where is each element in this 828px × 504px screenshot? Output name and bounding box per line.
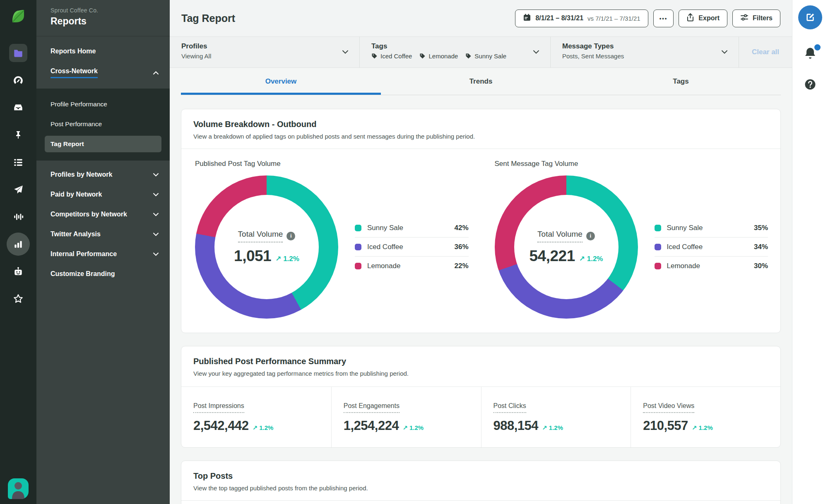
app-window: Sprout Coffee Co. Reports Reports Home C… — [0, 0, 828, 504]
sidebar-item-cross-network[interactable]: Cross-Network — [36, 61, 170, 84]
trend-up-arrow-icon: ↗ — [275, 255, 281, 263]
tag-chip: Lemonade — [419, 53, 458, 60]
sidebar-item-label: Competitors by Network — [51, 211, 127, 218]
clear-all-button[interactable]: Clear all — [739, 37, 792, 67]
analytics-chart-icon[interactable] — [7, 233, 30, 256]
profiles-filter-value: Viewing All — [181, 53, 337, 60]
legend-value: 34% — [754, 243, 768, 251]
legend-value: 30% — [754, 262, 768, 270]
tag-chip-label: Sunny Sale — [474, 53, 506, 60]
metric-label[interactable]: Post Impressions — [193, 402, 244, 413]
inbox-icon[interactable] — [9, 98, 27, 117]
sidebar-item-label: Reports Home — [51, 48, 96, 55]
metric-value: 2,542,442 — [193, 418, 248, 433]
donut-chart-sent-messages[interactable]: Total Volume i 54,221 ↗ 1.2% — [495, 175, 638, 319]
volume-card-description: View a breakdown of applied tags on publ… — [193, 133, 768, 140]
top-posts-description: View the top tagged published posts from… — [193, 485, 768, 492]
total-volume-label[interactable]: Total Volume — [238, 230, 283, 242]
tag-icon — [419, 53, 426, 59]
sidebar-item-tag-report[interactable]: Tag Report — [45, 136, 161, 152]
export-button[interactable]: Export — [679, 10, 727, 27]
message-types-filter[interactable]: Message Types Posts, Sent Messages — [551, 37, 739, 67]
filters-button[interactable]: Filters — [732, 10, 780, 27]
sidebar-item-label: Twitter Analysis — [51, 230, 101, 238]
legend-swatch — [655, 244, 661, 250]
sidebar-item-competitors-by-network[interactable]: Competitors by Network — [36, 204, 170, 224]
sidebar-item-internal-performance[interactable]: Internal Performance — [36, 244, 170, 264]
tab-trends[interactable]: Trends — [381, 68, 581, 95]
legend-label: Sunny Sale — [367, 224, 403, 232]
publish-plane-icon[interactable] — [9, 180, 27, 199]
date-range-button[interactable]: 8/1/21 – 8/31/21 vs 7/1/21 – 7/31/21 — [515, 10, 648, 27]
tags-filter[interactable]: Tags Iced Coffee Lemonade Sunny Sale — [360, 37, 551, 67]
legend-swatch — [355, 263, 361, 269]
user-avatar[interactable] — [8, 478, 29, 499]
summary-card-title: Published Post Performance Summary — [193, 357, 768, 366]
chevron-down-icon — [533, 48, 539, 56]
sidebar-item-profiles-by-network[interactable]: Profiles by Network — [36, 165, 170, 185]
performance-summary-card: Published Post Performance Summary View … — [181, 346, 781, 448]
profiles-filter[interactable]: Profiles Viewing All — [170, 37, 360, 67]
info-icon[interactable]: i — [586, 232, 595, 240]
filters-label: Filters — [753, 14, 773, 22]
page-header: Tag Report 8/1/21 – 8/31/21 vs 7/1/21 – … — [170, 0, 792, 36]
volume-breakdown-card: Volume Breakdown - Outbound View a break… — [181, 109, 781, 333]
sidebar-item-post-performance[interactable]: Post Performance — [36, 114, 170, 134]
more-options-button[interactable]: ••• — [653, 10, 674, 27]
metric-label[interactable]: Post Engagements — [344, 402, 400, 413]
sidebar-item-twitter-analysis[interactable]: Twitter Analysis — [36, 224, 170, 244]
tag-chip: Sunny Sale — [465, 53, 506, 60]
info-icon[interactable]: i — [286, 232, 295, 240]
sidebar-item-paid-by-network[interactable]: Paid by Network — [36, 185, 170, 204]
sent-message-tag-volume-chart: Sent Message Tag Volume Total Volume i — [481, 149, 781, 333]
sidebar-nav: Reports Home Cross-Network Profile Perfo… — [36, 36, 170, 284]
dashboard-gauge-icon[interactable] — [9, 71, 27, 89]
message-types-filter-value: Posts, Sent Messages — [562, 53, 716, 60]
legend-label: Iced Coffee — [667, 243, 703, 251]
trend-up-arrow-icon: ↗ — [579, 255, 585, 263]
donut-chart-published-posts[interactable]: Total Volume i 1,051 ↗ 1.2% — [195, 175, 338, 319]
star-icon[interactable] — [9, 290, 27, 308]
tab-overview[interactable]: Overview — [181, 68, 381, 95]
published-post-tag-volume-chart: Published Post Tag Volume Total Volume i — [181, 149, 481, 333]
content-list-icon[interactable] — [9, 153, 27, 171]
reports-folder-icon[interactable] — [9, 44, 27, 62]
compose-button[interactable] — [798, 5, 822, 29]
notifications-button[interactable] — [803, 46, 818, 62]
pin-icon[interactable] — [9, 126, 27, 144]
tag-icon — [465, 53, 472, 59]
metric-post-video-views: Post Video Views 210,557 ↗ 1.2% — [631, 387, 780, 447]
metric-label[interactable]: Post Video Views — [643, 402, 694, 413]
chevron-down-icon — [153, 230, 159, 238]
help-button[interactable] — [804, 78, 816, 92]
listening-waveform-icon[interactable] — [9, 208, 27, 226]
sidebar-item-label: Post Performance — [51, 120, 102, 127]
legend-label: Iced Coffee — [367, 243, 403, 251]
metric-label[interactable]: Post Clicks — [493, 402, 526, 413]
legend-swatch — [355, 225, 361, 231]
sidebar-item-label: Profiles by Network — [51, 171, 112, 178]
sidebar-item-label: Cross-Network — [51, 67, 98, 78]
metrics-row: Post Impressions 2,542,442 ↗ 1.2% Post E… — [181, 387, 780, 447]
profiles-filter-label: Profiles — [181, 42, 337, 50]
bot-icon[interactable] — [9, 262, 27, 281]
main-panel: Tag Report 8/1/21 – 8/31/21 vs 7/1/21 – … — [170, 0, 792, 504]
legend-swatch — [655, 263, 661, 269]
chevron-down-icon — [153, 250, 159, 258]
ellipsis-icon: ••• — [660, 15, 668, 22]
chevron-up-icon — [153, 69, 159, 77]
sidebar-item-customize-branding[interactable]: Customize Branding — [36, 264, 170, 284]
sidebar-item-reports-home[interactable]: Reports Home — [36, 41, 170, 61]
notification-dot — [814, 44, 821, 50]
delta-badge: ↗ 1.2% — [275, 254, 299, 263]
tab-tags[interactable]: Tags — [581, 68, 781, 95]
delta-badge: ↗ 1.2% — [542, 424, 563, 432]
chart-subtitle: Sent Message Tag Volume — [495, 160, 768, 168]
sidebar-item-label: Customize Branding — [51, 270, 115, 277]
metric-value: 1,254,224 — [344, 418, 399, 433]
delta-badge: ↗ 1.2% — [252, 424, 273, 432]
sidebar-item-profile-performance[interactable]: Profile Performance — [36, 94, 170, 114]
total-volume-label[interactable]: Total Volume — [537, 230, 582, 242]
sprout-logo-icon[interactable] — [9, 7, 27, 25]
legend-value: 42% — [454, 224, 468, 232]
